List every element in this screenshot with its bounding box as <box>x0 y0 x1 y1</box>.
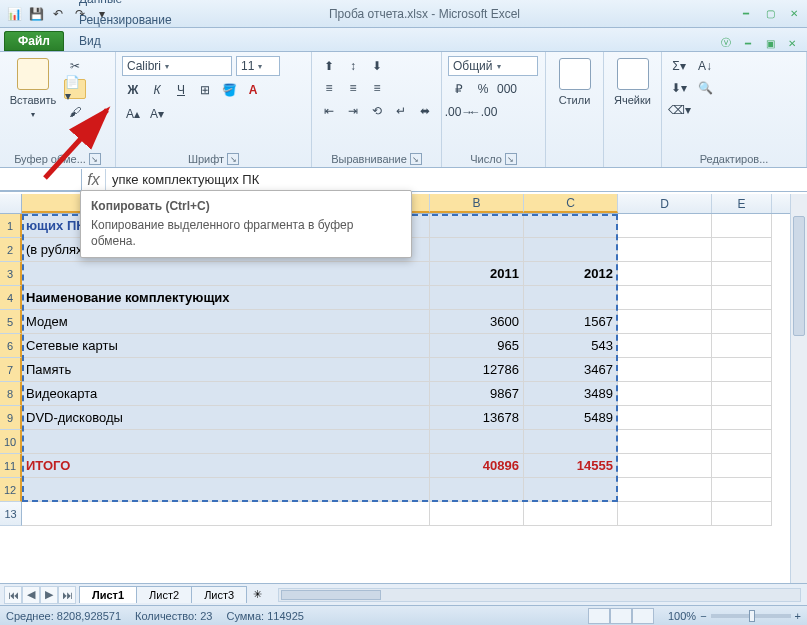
cell-D13[interactable] <box>618 502 712 526</box>
cell-E7[interactable] <box>712 358 772 382</box>
shrink-font-button[interactable]: A▾ <box>146 104 168 124</box>
align-middle-button[interactable]: ↕ <box>342 56 364 76</box>
cell-C7[interactable]: 3467 <box>524 358 618 382</box>
cell-C8[interactable]: 3489 <box>524 382 618 406</box>
row-header-3[interactable]: 3 <box>0 262 22 286</box>
formula-input[interactable]: упке комплектующих ПК <box>106 172 807 187</box>
cell-C5[interactable]: 1567 <box>524 310 618 334</box>
cell-E12[interactable] <box>712 478 772 502</box>
cell-E6[interactable] <box>712 334 772 358</box>
sheet-tab-Лист2[interactable]: Лист2 <box>136 586 192 603</box>
cell-E8[interactable] <box>712 382 772 406</box>
doc-restore-button[interactable]: ▣ <box>761 35 779 51</box>
cell-D10[interactable] <box>618 430 712 454</box>
cell-A7[interactable]: Память <box>22 358 430 382</box>
increase-indent-button[interactable]: ⇥ <box>342 101 364 121</box>
tab-Данные[interactable]: Данные <box>68 0 190 9</box>
col-header-B[interactable]: B <box>430 194 524 213</box>
cell-B6[interactable]: 965 <box>430 334 524 358</box>
cell-C4[interactable] <box>524 286 618 310</box>
cell-B9[interactable]: 13678 <box>430 406 524 430</box>
doc-close-button[interactable]: ✕ <box>783 35 801 51</box>
clipboard-launcher[interactable]: ↘ <box>89 153 101 165</box>
decrease-decimal-button[interactable]: ←.00 <box>472 102 494 122</box>
horizontal-scrollbar[interactable] <box>278 588 801 602</box>
cell-C11[interactable]: 14555 <box>524 454 618 478</box>
cell-D9[interactable] <box>618 406 712 430</box>
grow-font-button[interactable]: A▴ <box>122 104 144 124</box>
row-header-7[interactable]: 7 <box>0 358 22 382</box>
zoom-out-button[interactable]: − <box>700 610 706 622</box>
cell-E9[interactable] <box>712 406 772 430</box>
save-button[interactable]: 💾 <box>26 4 46 24</box>
number-launcher[interactable]: ↘ <box>505 153 517 165</box>
cell-B2[interactable] <box>430 238 524 262</box>
cell-B5[interactable]: 3600 <box>430 310 524 334</box>
tab-Вид[interactable]: Вид <box>68 30 190 51</box>
fill-color-button[interactable]: 🪣 <box>218 80 240 100</box>
border-button[interactable]: ⊞ <box>194 80 216 100</box>
cell-A11[interactable]: ИТОГО <box>22 454 430 478</box>
cell-A3[interactable] <box>22 262 430 286</box>
cell-C3[interactable]: 2012 <box>524 262 618 286</box>
cell-B10[interactable] <box>430 430 524 454</box>
align-left-button[interactable]: ≡ <box>318 78 340 98</box>
scrollbar-thumb[interactable] <box>793 216 805 336</box>
row-header-5[interactable]: 5 <box>0 310 22 334</box>
cell-B1[interactable] <box>430 214 524 238</box>
font-name-combo[interactable]: Calibri▾ <box>122 56 232 76</box>
fill-button[interactable]: ⬇▾ <box>668 78 690 98</box>
row-header-8[interactable]: 8 <box>0 382 22 406</box>
cell-B7[interactable]: 12786 <box>430 358 524 382</box>
styles-button[interactable]: Стили <box>552 56 597 108</box>
cell-C13[interactable] <box>524 502 618 526</box>
close-button[interactable]: ✕ <box>785 6 803 22</box>
row-header-10[interactable]: 10 <box>0 430 22 454</box>
excel-icon[interactable]: 📊 <box>4 4 24 24</box>
cut-button[interactable]: ✂ <box>64 56 86 76</box>
font-launcher[interactable]: ↘ <box>227 153 239 165</box>
cell-E4[interactable] <box>712 286 772 310</box>
cell-B3[interactable]: 2011 <box>430 262 524 286</box>
alignment-launcher[interactable]: ↘ <box>410 153 422 165</box>
sheet-next-button[interactable]: ▶ <box>40 586 58 604</box>
row-header-2[interactable]: 2 <box>0 238 22 262</box>
cell-A12[interactable] <box>22 478 430 502</box>
currency-button[interactable]: ₽ <box>448 79 470 99</box>
font-color-button[interactable]: A <box>242 80 264 100</box>
col-header-C[interactable]: C <box>524 194 618 213</box>
comma-button[interactable]: 000 <box>496 79 518 99</box>
sheet-last-button[interactable]: ⏭ <box>58 586 76 604</box>
cell-D5[interactable] <box>618 310 712 334</box>
fx-button[interactable]: fx <box>82 169 106 191</box>
file-tab[interactable]: Файл <box>4 31 64 51</box>
cell-B13[interactable] <box>430 502 524 526</box>
clear-button[interactable]: ⌫▾ <box>668 100 690 120</box>
cell-E2[interactable] <box>712 238 772 262</box>
cell-D8[interactable] <box>618 382 712 406</box>
view-buttons[interactable] <box>588 608 654 624</box>
wrap-text-button[interactable]: ↵ <box>390 101 412 121</box>
hscroll-thumb[interactable] <box>281 590 381 600</box>
cell-D11[interactable] <box>618 454 712 478</box>
cell-B4[interactable] <box>430 286 524 310</box>
row-header-12[interactable]: 12 <box>0 478 22 502</box>
cell-C6[interactable]: 543 <box>524 334 618 358</box>
cell-D7[interactable] <box>618 358 712 382</box>
col-header-D[interactable]: D <box>618 194 712 213</box>
zoom-in-button[interactable]: + <box>795 610 801 622</box>
row-header-9[interactable]: 9 <box>0 406 22 430</box>
cell-B8[interactable]: 9867 <box>430 382 524 406</box>
align-bottom-button[interactable]: ⬇ <box>366 56 388 76</box>
percent-button[interactable]: % <box>472 79 494 99</box>
col-header-E[interactable]: E <box>712 194 772 213</box>
row-header-13[interactable]: 13 <box>0 502 22 526</box>
align-right-button[interactable]: ≡ <box>366 78 388 98</box>
align-top-button[interactable]: ⬆ <box>318 56 340 76</box>
minimize-button[interactable]: ━ <box>737 6 755 22</box>
cell-A8[interactable]: Видеокарта <box>22 382 430 406</box>
merge-button[interactable]: ⬌ <box>414 101 436 121</box>
cell-C2[interactable] <box>524 238 618 262</box>
maximize-button[interactable]: ▢ <box>761 6 779 22</box>
cell-C1[interactable] <box>524 214 618 238</box>
